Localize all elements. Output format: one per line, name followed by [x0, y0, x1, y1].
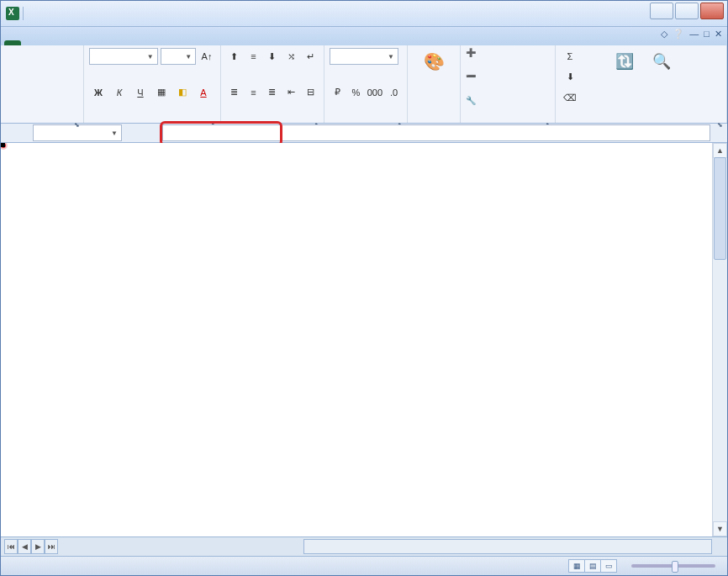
font-color-button[interactable]: A — [194, 84, 213, 101]
sheet-nav-arrows[interactable]: ⏮◀▶⏭ — [4, 539, 58, 554]
sort-icon: 🔃 — [613, 50, 636, 73]
formula-bar[interactable] — [162, 124, 710, 141]
cells-delete-button[interactable]: ➖ — [466, 71, 476, 81]
worksheet-area[interactable]: ▲ ▼ — [1, 143, 727, 536]
save-button[interactable] — [27, 6, 42, 21]
group-number: ▼ ₽ % 000 .0 — [324, 45, 408, 123]
font-name-combo[interactable]: ▼ — [89, 48, 158, 65]
indent-dec-icon[interactable]: ⇤ — [283, 84, 300, 101]
italic-button[interactable]: К — [110, 84, 129, 101]
scroll-down-icon[interactable]: ▼ — [713, 521, 727, 536]
group-alignment: ⬆ ≡ ⬇ ⤭ ↵ ≣ ≡ ≣ ⇤ ⊟ — [221, 45, 324, 123]
cells-insert-button[interactable]: ➕ — [466, 48, 476, 57]
formula-bar-row: ▼ — [1, 124, 727, 143]
align-top-icon[interactable]: ⬆ — [226, 48, 243, 65]
doc-max-icon[interactable]: □ — [704, 29, 710, 40]
styles-icon: 🎨 — [422, 50, 446, 73]
status-bar: ▦▤▭ — [1, 556, 727, 575]
cells-group-label — [466, 119, 550, 123]
align-group-label — [226, 119, 319, 123]
titlebar — [1, 1, 727, 27]
doc-min-icon[interactable]: — — [689, 29, 699, 40]
underline-button[interactable]: Ч — [131, 84, 150, 101]
sheet-tabs-bar: ⏮◀▶⏭ — [1, 536, 727, 556]
quick-access-toolbar — [1, 6, 98, 21]
undo-button[interactable] — [45, 6, 61, 21]
align-left-icon[interactable]: ≣ — [226, 84, 243, 101]
horizontal-scrollbar[interactable] — [303, 539, 712, 554]
help-icon[interactable]: ❔ — [673, 29, 684, 40]
wrap-text-icon[interactable]: ↵ — [302, 48, 319, 65]
vertical-scrollbar[interactable]: ▲ ▼ — [712, 143, 727, 536]
find-icon: 🔍 — [650, 50, 673, 73]
align-center-icon[interactable]: ≡ — [245, 84, 262, 101]
scroll-thumb[interactable] — [714, 157, 726, 260]
group-editing: 🔃 🔍 — [604, 45, 727, 123]
align-bottom-icon[interactable]: ⬇ — [264, 48, 281, 65]
qat-dropdown[interactable] — [82, 6, 98, 21]
ribbon-help: ◇ ❔ — □ ✕ — [661, 29, 722, 40]
doc-close-icon[interactable]: ✕ — [715, 29, 722, 40]
autosum-icon[interactable]: Σ — [561, 48, 579, 65]
redo-button[interactable] — [64, 6, 79, 21]
number-group-label — [330, 119, 402, 123]
clipboard-icon — [30, 50, 54, 73]
maximize-button[interactable] — [675, 3, 699, 19]
window-controls — [650, 3, 724, 19]
bold-button[interactable]: Ж — [89, 84, 108, 101]
font-group-label — [89, 119, 215, 123]
group-editing-sigma: Σ ⬇ ⌫ . — [556, 45, 604, 123]
number-format-combo[interactable]: ▼ — [330, 48, 398, 65]
zoom-slider[interactable] — [631, 564, 715, 568]
app-window: ◇ ❔ — □ ✕ ▼ ▼ A↑ Ж К Ч ▦ — [0, 0, 728, 576]
currency-icon[interactable]: ₽ — [330, 84, 346, 101]
ribbon: ▼ ▼ A↑ Ж К Ч ▦ ◧ A ⬆ ≡ ⬇ ⤭ ↵ — [1, 45, 727, 124]
group-cells: ➕ ➖ 🔧 — [461, 45, 556, 123]
styles-button[interactable]: 🎨 — [413, 48, 455, 77]
minimize-ribbon-icon[interactable]: ◇ — [661, 29, 667, 40]
clipboard-group-label — [6, 119, 78, 123]
scroll-up-icon[interactable]: ▲ — [713, 143, 727, 158]
percent-icon[interactable]: % — [348, 84, 364, 101]
comma-icon[interactable]: 000 — [367, 84, 383, 101]
align-middle-icon[interactable]: ≡ — [245, 48, 262, 65]
cells-format-button[interactable]: 🔧 — [466, 96, 476, 105]
find-select-button[interactable]: 🔍 — [646, 48, 677, 77]
paste-button[interactable] — [6, 48, 78, 77]
minimize-button[interactable] — [650, 3, 673, 19]
view-normal-icon[interactable]: ▦ — [568, 559, 585, 573]
font-size-combo[interactable]: ▼ — [161, 48, 196, 65]
orientation-icon[interactable]: ⤭ — [283, 48, 300, 65]
highlight-active-cell — [1, 143, 6, 148]
fill-icon[interactable]: ⬇ — [561, 69, 579, 86]
grow-font-icon[interactable]: A↑ — [198, 48, 215, 65]
view-break-icon[interactable]: ▭ — [600, 559, 617, 573]
excel-icon — [6, 7, 19, 20]
selection-border — [1, 143, 4, 146]
border-button[interactable]: ▦ — [152, 84, 171, 101]
view-layout-icon[interactable]: ▤ — [584, 559, 601, 573]
group-clipboard — [1, 45, 84, 123]
editing-group-label — [609, 119, 721, 123]
align-right-icon[interactable]: ≣ — [264, 84, 281, 101]
ribbon-tabs: ◇ ❔ — □ ✕ — [1, 27, 727, 45]
group-styles: 🎨 . — [408, 45, 461, 123]
clear-icon[interactable]: ⌫ — [561, 89, 579, 106]
zoom-controls: ▦▤▭ — [568, 559, 720, 573]
fill-color-button[interactable]: ◧ — [173, 84, 192, 101]
merge-icon[interactable]: ⊟ — [302, 84, 319, 101]
group-font: ▼ ▼ A↑ Ж К Ч ▦ ◧ A — [84, 45, 221, 123]
close-button[interactable] — [700, 3, 724, 19]
sort-filter-button[interactable]: 🔃 — [609, 48, 640, 77]
inc-dec-icon[interactable]: .0 — [386, 84, 402, 101]
